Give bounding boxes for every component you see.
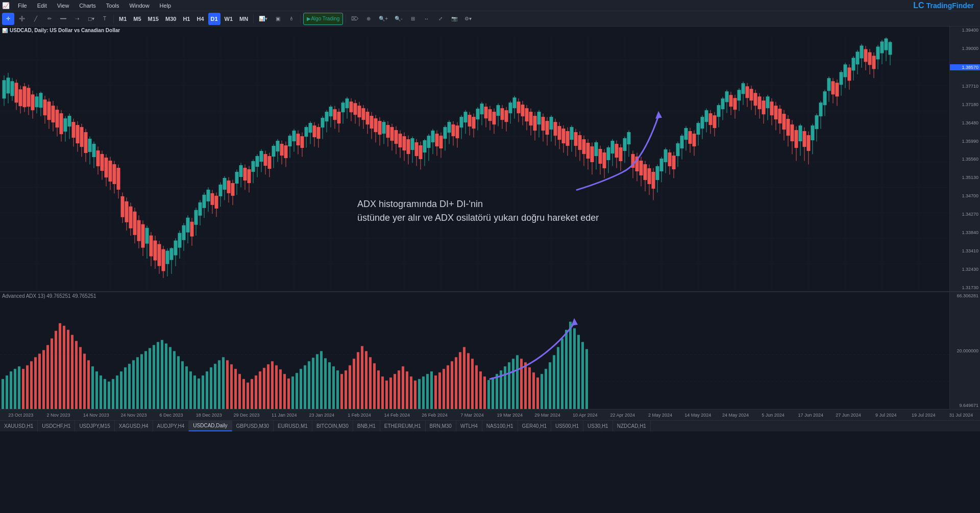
cursor-tool[interactable]: ✛ — [2, 13, 14, 25]
sym-tab-nzdcad[interactable]: NZDCAD,H1 — [613, 421, 651, 431]
separator-1 — [113, 14, 114, 23]
svg-rect-243 — [427, 136, 430, 148]
sym-tab-xauusd[interactable]: XAUUSD,H1 — [0, 421, 38, 431]
svg-rect-577 — [426, 374, 429, 409]
sym-tab-us30[interactable]: US30,H1 — [583, 421, 613, 431]
chart-type-selector[interactable]: 📊▾ — [256, 13, 270, 25]
svg-rect-409 — [766, 97, 769, 108]
sym-tab-gbpusd[interactable]: GBPUSD,M30 — [232, 421, 274, 431]
settings-btn[interactable]: ⚙▾ — [462, 13, 474, 25]
sym-tab-xagusd[interactable]: XAGUSD,H4 — [115, 421, 153, 431]
svg-rect-321 — [586, 143, 590, 159]
svg-rect-459 — [868, 53, 871, 65]
tf-h4[interactable]: H4 — [194, 13, 206, 25]
svg-rect-558 — [349, 365, 351, 409]
svg-rect-556 — [340, 374, 343, 409]
compare-btn[interactable]: ⊕ — [362, 13, 375, 25]
svg-rect-546 — [300, 369, 302, 409]
svg-rect-85 — [105, 158, 108, 177]
svg-rect-269 — [480, 104, 483, 114]
svg-rect-99 — [133, 212, 136, 235]
tf-m30[interactable]: M30 — [163, 13, 179, 25]
sym-tab-usdchf[interactable]: USDCHF,H1 — [38, 421, 75, 431]
pen-tool[interactable]: ✏ — [43, 13, 56, 25]
chart-symbol: USDCAD, Daily: US Dollar vs Canadian Dol… — [10, 28, 120, 33]
sym-tab-bitcoin[interactable]: BITCOIN,M30 — [312, 421, 353, 431]
svg-rect-331 — [607, 148, 610, 160]
svg-rect-467 — [885, 39, 888, 50]
svg-rect-465 — [880, 42, 884, 53]
sym-tab-ethereum[interactable]: ETHEREUM,H1 — [380, 421, 426, 431]
svg-rect-542 — [283, 374, 286, 409]
price-label-8: 1.35130 — [950, 175, 980, 180]
svg-rect-83 — [101, 155, 104, 171]
shapes-menu[interactable]: ◻▾ — [85, 13, 97, 25]
chart-type-bar[interactable]: ▣ — [272, 13, 284, 25]
svg-rect-565 — [377, 370, 380, 409]
svg-rect-425 — [799, 126, 802, 141]
zoom-in-btn[interactable]: 🔍+ — [376, 13, 390, 25]
time-label-11: 26 Feb 2024 — [416, 413, 454, 418]
adx-price-mid: 20.000000 — [950, 348, 980, 353]
menu-view[interactable]: View — [55, 2, 71, 10]
indicators-btn[interactable]: ⌦ — [349, 13, 361, 25]
menu-help[interactable]: Help — [158, 2, 174, 10]
menu-file[interactable]: File — [16, 2, 29, 10]
sym-tab-brn[interactable]: BRN,M30 — [426, 421, 456, 431]
svg-rect-127 — [190, 222, 193, 236]
svg-rect-283 — [509, 103, 512, 113]
svg-rect-181 — [301, 137, 304, 148]
tf-m1[interactable]: M1 — [116, 13, 129, 25]
svg-rect-518 — [185, 366, 188, 409]
tf-m15[interactable]: M15 — [145, 13, 161, 25]
svg-rect-503 — [124, 367, 127, 409]
svg-rect-389 — [725, 92, 728, 102]
sym-tab-wtl[interactable]: WTLH4 — [456, 421, 482, 431]
sym-tab-nas100[interactable]: NAS100,H1 — [482, 421, 518, 431]
grid-btn[interactable]: ⊞ — [407, 13, 419, 25]
sym-tab-usdjpy[interactable]: USDJPY,M15 — [75, 421, 114, 431]
menu-window[interactable]: Window — [127, 2, 151, 10]
ray-tool[interactable]: ⇢ — [71, 13, 83, 25]
sym-tab-eurusd[interactable]: EURUSD,M1 — [274, 421, 312, 431]
sym-tab-us500[interactable]: US500,H1 — [551, 421, 583, 431]
sym-tab-ger40[interactable]: GER40,H1 — [518, 421, 551, 431]
text-tool[interactable]: T — [99, 13, 111, 25]
svg-rect-53 — [39, 93, 42, 108]
svg-rect-209 — [358, 106, 361, 117]
svg-rect-609 — [557, 347, 559, 409]
line-tool[interactable]: ╱ — [30, 13, 42, 25]
crosshair-tool[interactable]: ➕ — [16, 13, 28, 25]
tf-m5[interactable]: M5 — [131, 13, 143, 25]
menu-edit[interactable]: Edit — [35, 2, 49, 10]
svg-rect-583 — [451, 361, 453, 409]
algo-trading-btn[interactable]: ▶ Algo Trading — [303, 13, 343, 25]
svg-rect-489 — [67, 330, 69, 409]
sym-tab-audjpy[interactable]: AUDJPY,H4 — [153, 421, 189, 431]
svg-rect-486 — [55, 331, 57, 409]
menu-logo: 📈 — [2, 2, 10, 9]
tf-h1[interactable]: H1 — [180, 13, 192, 25]
screenshot-btn[interactable]: 📷 — [448, 13, 460, 25]
svg-rect-568 — [389, 377, 392, 409]
svg-rect-189 — [317, 127, 320, 139]
bar-btn[interactable]: ↔ — [421, 13, 433, 25]
svg-rect-179 — [297, 134, 300, 145]
sym-tab-bnb[interactable]: BNB,H1 — [353, 421, 380, 431]
menu-tools[interactable]: Tools — [104, 2, 121, 10]
sym-tab-usdcad[interactable]: USDCAD,Daily — [189, 421, 232, 431]
tf-d1[interactable]: D1 — [208, 13, 220, 25]
svg-rect-427 — [803, 132, 806, 147]
horizontal-line[interactable]: ━━ — [57, 13, 69, 25]
svg-rect-213 — [366, 112, 369, 124]
auto-scale-btn[interactable]: ⤢ — [434, 13, 447, 25]
menu-charts[interactable]: Charts — [77, 2, 97, 10]
svg-rect-263 — [468, 115, 471, 126]
svg-rect-494 — [87, 360, 90, 409]
chart-type-candle[interactable]: 🕯 — [285, 13, 298, 25]
tf-w1[interactable]: W1 — [222, 13, 236, 25]
tf-mn[interactable]: MN — [237, 13, 251, 25]
zoom-out-btn[interactable]: 🔍- — [392, 13, 405, 25]
svg-rect-385 — [717, 106, 720, 117]
svg-rect-528 — [226, 360, 229, 409]
